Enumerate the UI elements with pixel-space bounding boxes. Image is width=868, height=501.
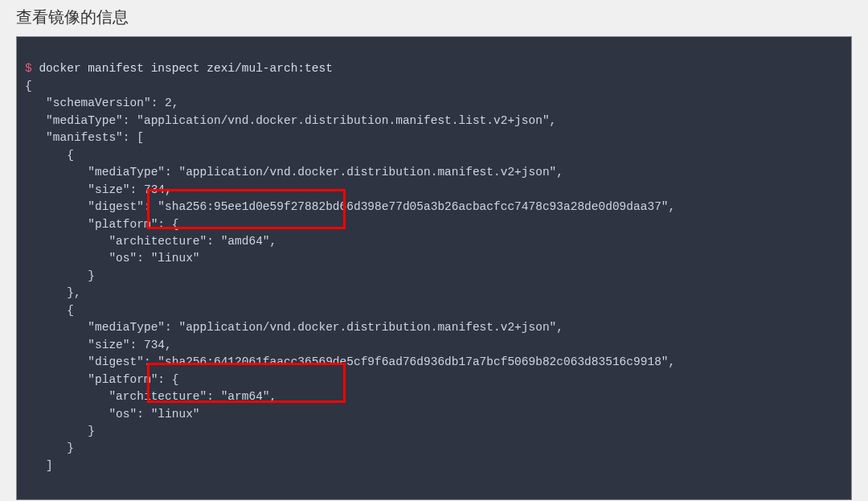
- shell-command: docker manifest inspect zexi/mul-arch:te…: [39, 62, 332, 75]
- page-title: 查看镜像的信息: [0, 0, 868, 36]
- output-line: "platform": {: [25, 218, 178, 231]
- terminal: $ docker manifest inspect zexi/mul-arch:…: [17, 37, 851, 499]
- output-line: }: [25, 425, 95, 437]
- output-line: {: [25, 80, 32, 92]
- output-line: "architecture": "amd64",: [25, 235, 276, 248]
- output-line: "platform": {: [25, 373, 178, 386]
- output-line: "schemaVersion": 2,: [25, 97, 178, 109]
- output-line: "size": 734,: [25, 183, 172, 196]
- shell-prompt: $: [25, 62, 39, 75]
- output-line: {: [25, 304, 74, 317]
- output-line: ]: [25, 459, 53, 472]
- output-line: "architecture": "arm64",: [25, 390, 276, 403]
- output-line: }: [25, 269, 95, 282]
- output-line: }: [25, 441, 74, 454]
- output-line: "os": "linux": [25, 252, 200, 265]
- output-line: "digest": "sha256:6412061faacc36569de5cf…: [25, 355, 675, 368]
- output-line: "digest": "sha256:95ee1d0e59f27882bd66d3…: [25, 200, 675, 213]
- output-line: "size": 734,: [25, 339, 172, 351]
- terminal-wrapper: $ docker manifest inspect zexi/mul-arch:…: [16, 36, 852, 500]
- output-line: "manifests": [: [25, 131, 144, 144]
- output-line: "mediaType": "application/vnd.docker.dis…: [25, 321, 563, 334]
- output-line: "os": "linux": [25, 408, 200, 421]
- output-line: "mediaType": "application/vnd.docker.dis…: [25, 114, 556, 127]
- output-line: "mediaType": "application/vnd.docker.dis…: [25, 166, 563, 179]
- output-line: {: [25, 149, 74, 162]
- output-line: },: [25, 286, 81, 299]
